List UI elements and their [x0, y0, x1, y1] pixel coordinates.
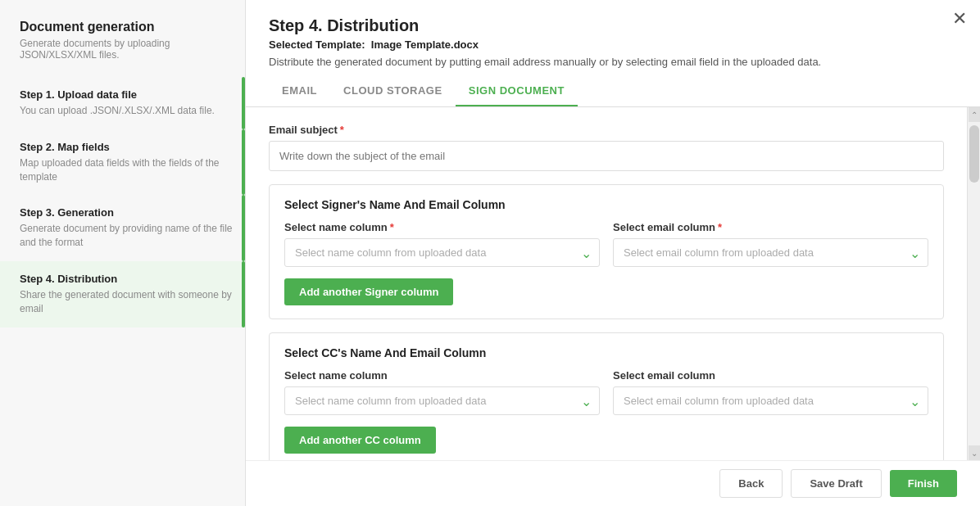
email-subject-label: Email subject * [269, 124, 944, 136]
signer-email-label: Select email column * [613, 221, 928, 233]
main-header: Step 4. Distribution Selected Template: … [246, 0, 980, 68]
sidebar-item-step2[interactable]: Step 2. Map fields Map uploaded data fie… [0, 129, 245, 196]
scroll-thumb [969, 125, 979, 183]
main-content: Email subject * Select Signer's Name And… [246, 107, 967, 460]
selected-template-label: Selected Template: [269, 38, 365, 51]
signer-name-select-wrapper: Select name column from uploaded data ⌄ [284, 238, 600, 267]
step4-indicator [242, 261, 245, 328]
cc-section-title: Select CC's Name And Email Column [284, 346, 928, 359]
cc-email-select[interactable]: Select email column from uploaded data [613, 386, 928, 415]
scroll-down-arrow[interactable]: ⌄ [969, 445, 980, 460]
scroll-up-arrow[interactable]: ⌃ [969, 107, 980, 122]
footer: Back Save Draft Finish [246, 460, 980, 506]
tab-email[interactable]: EMAIL [269, 76, 330, 106]
signer-section-title: Select Signer's Name And Email Column [284, 198, 928, 211]
sidebar: Document generation Generate documents b… [0, 0, 246, 506]
scrollbar-track: ⌃ ⌄ [967, 107, 980, 460]
step3-indicator [242, 195, 245, 261]
signer-email-col: Select email column * Select email colum… [613, 221, 928, 267]
step1-desc: You can upload .JSON/.XLSX/.XML data fil… [20, 104, 245, 118]
page-title: Step 4. Distribution [269, 16, 939, 35]
selected-template: Selected Template: Image Template.docx [269, 38, 939, 51]
tab-sign-document[interactable]: SIGN DOCUMENT [456, 76, 578, 106]
step3-title: Step 3. Generation [20, 206, 245, 219]
main-panel: ✕ Step 4. Distribution Selected Template… [246, 0, 980, 506]
finish-button[interactable]: Finish [890, 470, 957, 497]
cc-email-label: Select email column [613, 369, 928, 382]
signer-section: Select Signer's Name And Email Column Se… [269, 184, 944, 319]
step4-desc: Share the generated document with someon… [20, 288, 245, 316]
cc-name-select[interactable]: Select name column from uploaded data [284, 386, 600, 415]
cc-email-select-wrapper: Select email column from uploaded data ⌄ [613, 386, 928, 415]
step2-desc: Map uploaded data fields with the fields… [20, 156, 245, 184]
step1-indicator [242, 77, 245, 129]
modal: Document generation Generate documents b… [0, 0, 980, 506]
cc-columns: Select name column Select name column fr… [284, 369, 928, 415]
save-draft-button[interactable]: Save Draft [791, 469, 881, 498]
signer-columns: Select name column * Select name column … [284, 221, 928, 267]
sidebar-item-step4[interactable]: Step 4. Distribution Share the generated… [0, 261, 245, 328]
step3-desc: Generate document by providing name of t… [20, 222, 245, 250]
sidebar-item-step1[interactable]: Step 1. Upload data file You can upload … [0, 77, 245, 129]
step1-title: Step 1. Upload data file [20, 88, 245, 101]
main-desc: Distribute the generated document by put… [269, 56, 939, 68]
email-subject-group: Email subject * [269, 124, 944, 171]
signer-name-col: Select name column * Select name column … [284, 221, 600, 267]
signer-name-label: Select name column * [284, 221, 600, 233]
sidebar-title: Document generation [0, 20, 245, 38]
tabs-bar: EMAIL CLOUD STORAGE SIGN DOCUMENT [246, 76, 980, 107]
signer-name-select[interactable]: Select name column from uploaded data [284, 238, 600, 267]
cc-name-col: Select name column Select name column fr… [284, 369, 600, 415]
sidebar-subtitle: Generate documents by uploading JSON/XLS… [0, 38, 245, 77]
cc-name-label: Select name column [284, 369, 600, 382]
step2-title: Step 2. Map fields [20, 141, 245, 153]
step4-title: Step 4. Distribution [20, 273, 245, 285]
sidebar-item-step3[interactable]: Step 3. Generation Generate document by … [0, 195, 245, 261]
step2-indicator [242, 129, 245, 196]
tab-cloud-storage[interactable]: CLOUD STORAGE [330, 76, 456, 106]
close-button[interactable]: ✕ [952, 10, 967, 28]
template-name: Image Template.docx [371, 38, 479, 51]
cc-email-col: Select email column Select email column … [613, 369, 928, 415]
back-button[interactable]: Back [719, 469, 783, 498]
sidebar-steps: Step 1. Upload data file You can upload … [0, 77, 245, 506]
signer-email-select[interactable]: Select email column from uploaded data [613, 238, 928, 267]
cc-name-select-wrapper: Select name column from uploaded data ⌄ [284, 386, 600, 415]
email-subject-input[interactable] [269, 141, 944, 171]
add-signer-button[interactable]: Add another Signer column [284, 278, 453, 305]
signer-email-select-wrapper: Select email column from uploaded data ⌄ [613, 238, 928, 267]
add-cc-button[interactable]: Add another CC column [284, 427, 436, 454]
email-subject-required: * [340, 124, 344, 136]
cc-section: Select CC's Name And Email Column Select… [269, 332, 944, 460]
